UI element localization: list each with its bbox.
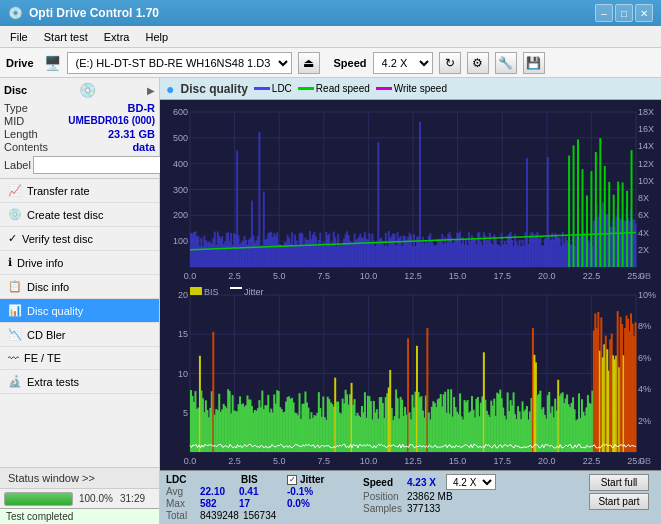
speed-col-value: 4.23 X [407, 477, 442, 488]
disc-extra-icon: ▶ [147, 85, 155, 96]
speed-label: Speed [334, 57, 367, 69]
speed-dropdown[interactable]: 4.2 X [446, 474, 496, 490]
drive-info-icon: ℹ [8, 256, 12, 269]
disc-length-label: Length [4, 128, 38, 140]
title-bar: 💿 Opti Drive Control 1.70 – □ ✕ [0, 0, 661, 26]
speed-col-header: Speed [363, 477, 403, 488]
menu-help[interactable]: Help [139, 29, 174, 45]
disc-contents-value: data [132, 141, 155, 153]
fe-te-icon: 〰 [8, 352, 19, 364]
nav-items: 📈 Transfer rate 💿 Create test disc ✓ Ver… [0, 179, 159, 467]
status-text-bar: Test completed [0, 508, 159, 524]
settings-button1[interactable]: ⚙ [467, 52, 489, 74]
disc-length-value: 23.31 GB [108, 128, 155, 140]
progress-time: 31:29 [120, 493, 155, 504]
menu-start-test[interactable]: Start test [38, 29, 94, 45]
disc-contents-label: Contents [4, 141, 48, 153]
ldc-max-value: 582 [200, 498, 235, 509]
extra-tests-icon: 🔬 [8, 375, 22, 388]
nav-extra-tests[interactable]: 🔬 Extra tests [0, 370, 159, 394]
jitter-col-header: Jitter [300, 474, 324, 485]
drive-select[interactable]: (E:) HL-DT-ST BD-RE WH16NS48 1.D3 [67, 52, 292, 74]
start-buttons: Start full Start part [589, 474, 649, 510]
menu-bar: File Start test Extra Help [0, 26, 661, 48]
write-speed-legend-label: Write speed [394, 83, 447, 94]
chart-title: Disc quality [180, 82, 247, 96]
nav-cd-bler[interactable]: 📉 CD Bler [0, 323, 159, 347]
disc-quality-icon: 📊 [8, 304, 22, 317]
stats-jitter: ✓ Jitter -0.1% 0.0% [287, 474, 357, 509]
disc-mid-label: MID [4, 115, 24, 127]
disc-quality-label: Disc quality [27, 305, 83, 317]
start-full-button[interactable]: Start full [589, 474, 649, 491]
lower-chart [160, 285, 661, 470]
status-window-label: Status window >> [8, 472, 95, 484]
disc-label-input[interactable] [33, 156, 168, 174]
avg-row-label: Avg [166, 486, 196, 497]
disc-type-value: BD-R [128, 102, 156, 114]
stats-bar: LDC BIS Avg 22.10 0.41 Max 582 17 Tota [160, 470, 661, 524]
samples-value: 377133 [407, 503, 440, 514]
nav-transfer-rate[interactable]: 📈 Transfer rate [0, 179, 159, 203]
sidebar: Disc 💿 ▶ Type BD-R MID UMEBDR016 (000) L… [0, 78, 160, 524]
close-button[interactable]: ✕ [635, 4, 653, 22]
drive-info-label: Drive info [17, 257, 63, 269]
save-button[interactable]: 💾 [523, 52, 545, 74]
settings-button2[interactable]: 🔧 [495, 52, 517, 74]
ldc-col-header: LDC [166, 474, 221, 485]
samples-label: Samples [363, 503, 403, 514]
refresh-button[interactable]: ↻ [439, 52, 461, 74]
stats-speed-pos: Speed 4.23 X 4.2 X Position 23862 MB Sam… [363, 474, 496, 514]
create-test-disc-icon: 💿 [8, 208, 22, 221]
cd-bler-icon: 📉 [8, 328, 22, 341]
nav-disc-info[interactable]: 📋 Disc info [0, 275, 159, 299]
ldc-total-value: 8439248 [200, 510, 239, 521]
extra-tests-label: Extra tests [27, 376, 79, 388]
disc-label-label: Label [4, 159, 31, 171]
bis-max-value: 17 [239, 498, 269, 509]
status-window-button[interactable]: Status window >> [0, 467, 159, 488]
total-row-label: Total [166, 510, 196, 521]
progress-area: 100.0% 31:29 [0, 488, 159, 508]
nav-fe-te[interactable]: 〰 FE / TE [0, 347, 159, 370]
start-part-button[interactable]: Start part [589, 493, 649, 510]
speed-select[interactable]: 4.2 X [373, 52, 433, 74]
drive-icon: 🖥️ [44, 55, 61, 71]
read-speed-legend-dot [298, 87, 314, 90]
app-title: Opti Drive Control 1.70 [29, 6, 159, 20]
verify-test-disc-label: Verify test disc [22, 233, 93, 245]
nav-disc-quality[interactable]: 📊 Disc quality [0, 299, 159, 323]
verify-test-disc-icon: ✓ [8, 232, 17, 245]
disc-icon: 💿 [79, 82, 96, 98]
disc-mid-value: UMEBDR016 (000) [68, 115, 155, 127]
position-value: 23862 MB [407, 491, 453, 502]
menu-file[interactable]: File [4, 29, 34, 45]
nav-verify-test-disc[interactable]: ✓ Verify test disc [0, 227, 159, 251]
maximize-button[interactable]: □ [615, 4, 633, 22]
jitter-avg-value: -0.1% [287, 486, 313, 497]
bis-avg-value: 0.41 [239, 486, 269, 497]
ldc-avg-value: 22.10 [200, 486, 235, 497]
minimize-button[interactable]: – [595, 4, 613, 22]
jitter-checkbox[interactable]: ✓ [287, 475, 297, 485]
menu-extra[interactable]: Extra [98, 29, 136, 45]
ldc-legend-label: LDC [272, 83, 292, 94]
progress-bar-fill [5, 493, 72, 505]
content-area: ● Disc quality LDC Read speed Write spee… [160, 78, 661, 524]
chart-header: ● Disc quality LDC Read speed Write spee… [160, 78, 661, 100]
cd-bler-label: CD Bler [27, 329, 66, 341]
disc-info-icon: 📋 [8, 280, 22, 293]
disc-info-panel: Disc 💿 ▶ Type BD-R MID UMEBDR016 (000) L… [0, 78, 159, 179]
max-row-label: Max [166, 498, 196, 509]
ldc-legend-dot [254, 87, 270, 90]
eject-button[interactable]: ⏏ [298, 52, 320, 74]
read-speed-legend-label: Read speed [316, 83, 370, 94]
fe-te-label: FE / TE [24, 352, 61, 364]
nav-create-test-disc[interactable]: 💿 Create test disc [0, 203, 159, 227]
transfer-rate-icon: 📈 [8, 184, 22, 197]
disc-info-label: Disc info [27, 281, 69, 293]
disc-type-label: Type [4, 102, 28, 114]
nav-drive-info[interactable]: ℹ Drive info [0, 251, 159, 275]
charts-wrapper [160, 100, 661, 470]
bis-total-value: 156734 [243, 510, 276, 521]
